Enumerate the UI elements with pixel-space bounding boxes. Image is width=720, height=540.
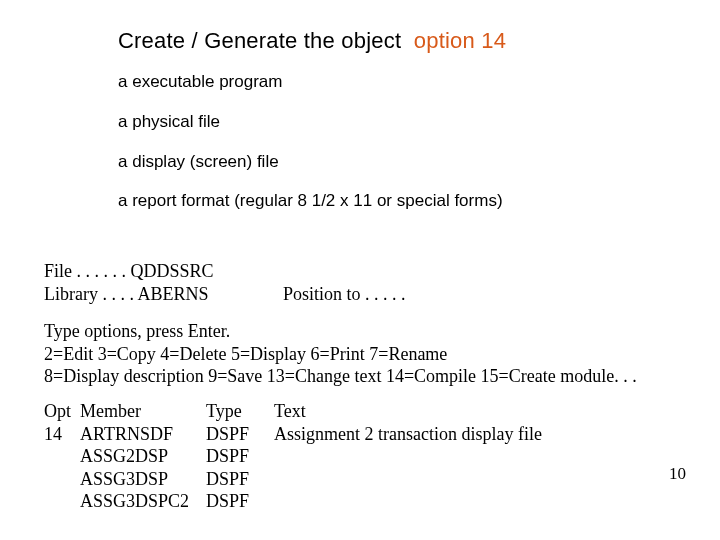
header-type: Type bbox=[206, 400, 274, 423]
cell-type: DSPF bbox=[206, 490, 274, 513]
table-header-row: Opt Member Type Text bbox=[44, 400, 542, 423]
options-row: 8=Display description 9=Save 13=Change t… bbox=[44, 365, 637, 388]
member-table: Opt Member Type Text 14 ARTRNSDF DSPF As… bbox=[44, 400, 542, 513]
cell-text bbox=[274, 468, 542, 491]
options-legend: Type options, press Enter. 2=Edit 3=Copy… bbox=[44, 320, 637, 388]
options-row: 2=Edit 3=Copy 4=Delete 5=Display 6=Print… bbox=[44, 343, 637, 366]
bullet-item: a physical file bbox=[118, 110, 503, 134]
header-text: Text bbox=[274, 400, 542, 423]
table-row: 14 ARTRNSDF DSPF Assignment 2 transactio… bbox=[44, 423, 542, 446]
cell-member: ASSG3DSP bbox=[80, 468, 206, 491]
member-list: Opt Member Type Text 14 ARTRNSDF DSPF As… bbox=[44, 400, 542, 513]
title-main: Create / Generate the object bbox=[118, 28, 401, 53]
cell-text bbox=[274, 445, 542, 468]
cell-text bbox=[274, 490, 542, 513]
cell-type: DSPF bbox=[206, 468, 274, 491]
cell-text: Assignment 2 transaction display file bbox=[274, 423, 542, 446]
header-opt: Opt bbox=[44, 400, 80, 423]
bullet-list: a executable program a physical file a d… bbox=[118, 70, 503, 229]
table-row: ASSG3DSPC2 DSPF bbox=[44, 490, 542, 513]
bullet-item: a executable program bbox=[118, 70, 503, 94]
cell-member: ARTRNSDF bbox=[80, 423, 206, 446]
cell-member: ASSG3DSPC2 bbox=[80, 490, 206, 513]
options-instruction: Type options, press Enter. bbox=[44, 320, 637, 343]
header-member: Member bbox=[80, 400, 206, 423]
bullet-item: a report format (regular 8 1/2 x 11 or s… bbox=[118, 189, 503, 213]
library-label: Library . . . . ABERNS bbox=[44, 284, 209, 304]
cell-type: DSPF bbox=[206, 423, 274, 446]
table-row: ASSG2DSP DSPF bbox=[44, 445, 542, 468]
table-row: ASSG3DSP DSPF bbox=[44, 468, 542, 491]
title-option: option 14 bbox=[414, 28, 506, 53]
cell-opt bbox=[44, 468, 80, 491]
bullet-item: a display (screen) file bbox=[118, 150, 503, 174]
cell-member: ASSG2DSP bbox=[80, 445, 206, 468]
cell-opt: 14 bbox=[44, 423, 80, 446]
page-number: 10 bbox=[669, 464, 686, 484]
slide: Create / Generate the object option 14 a… bbox=[0, 0, 720, 540]
cell-opt bbox=[44, 490, 80, 513]
position-to: Position to . . . . . bbox=[283, 283, 406, 306]
file-line: File . . . . . . QDDSSRC bbox=[44, 260, 406, 283]
cell-type: DSPF bbox=[206, 445, 274, 468]
library-line: Library . . . . ABERNS Position to . . .… bbox=[44, 283, 406, 306]
slide-title: Create / Generate the object option 14 bbox=[118, 28, 506, 54]
cell-opt bbox=[44, 445, 80, 468]
file-info: File . . . . . . QDDSSRC Library . . . .… bbox=[44, 260, 406, 305]
